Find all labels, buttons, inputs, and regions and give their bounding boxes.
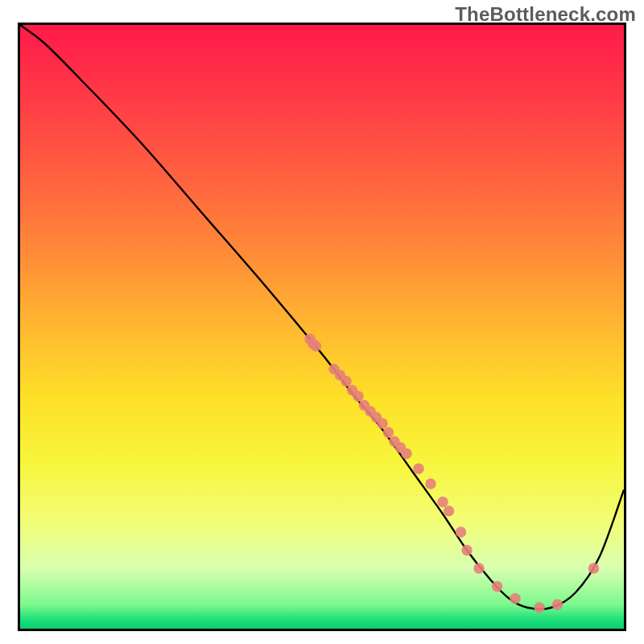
marker-dot xyxy=(383,427,394,439)
marker-dot xyxy=(341,376,352,387)
marker-dot xyxy=(588,563,600,574)
plot-area xyxy=(18,23,626,631)
marker-dot xyxy=(377,418,388,429)
chart-stage: TheBottleneck.com xyxy=(0,0,644,644)
curve-line xyxy=(20,25,624,609)
marker-dot xyxy=(461,545,473,556)
chart-foreground xyxy=(20,25,624,629)
marker-group xyxy=(304,333,599,613)
marker-dot xyxy=(353,391,364,402)
marker-dot xyxy=(425,478,436,489)
marker-dot xyxy=(552,599,564,610)
marker-dot xyxy=(413,464,424,475)
marker-dot xyxy=(492,581,503,592)
marker-dot xyxy=(473,563,485,574)
marker-dot xyxy=(401,448,412,460)
marker-dot xyxy=(437,497,448,508)
watermark-text: TheBottleneck.com xyxy=(455,3,636,26)
marker-dot xyxy=(311,341,322,352)
marker-dot xyxy=(534,602,545,613)
marker-dot xyxy=(456,526,467,538)
marker-dot xyxy=(444,506,455,517)
marker-dot xyxy=(510,593,521,605)
